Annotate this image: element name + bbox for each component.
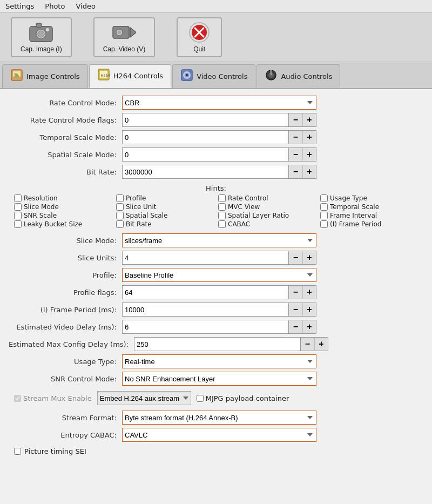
- tab-h264-controls[interactable]: H264 H264 Controls: [89, 64, 172, 88]
- hint-profile-check[interactable]: [116, 194, 124, 202]
- rate-control-flags-minus[interactable]: −: [288, 113, 302, 127]
- bit-rate-minus[interactable]: −: [288, 165, 302, 179]
- spatial-scale-plus[interactable]: +: [302, 147, 316, 162]
- hint-rate-control-check[interactable]: [218, 194, 226, 202]
- estimated-max-config-row: Estimated Max Config Delay (ms): − +: [9, 337, 423, 351]
- bit-rate-plus[interactable]: +: [302, 165, 316, 179]
- hint-leaky-bucket-size[interactable]: Leaky Bucket Size: [14, 220, 112, 228]
- slice-units-minus[interactable]: −: [288, 251, 302, 265]
- rate-control-flags-row: Rate Control Mode flags: − +: [9, 113, 423, 127]
- mjpg-checkbox[interactable]: [197, 395, 204, 402]
- profile-flags-minus[interactable]: −: [288, 285, 302, 299]
- hint-slice-unit-label: Slice Unit: [126, 203, 157, 211]
- hint-usage-type-check[interactable]: [320, 194, 328, 202]
- quit-button[interactable]: Quit: [177, 17, 222, 57]
- rate-control-flags-wrap: − +: [122, 113, 316, 127]
- rate-control-flags-input[interactable]: [122, 113, 288, 127]
- hint-slice-unit-check[interactable]: [116, 203, 124, 211]
- hint-spatial-scale[interactable]: Spatial Scale: [116, 212, 214, 219]
- i-frame-period-label: (I) Frame Period (ms):: [9, 306, 122, 314]
- hint-leaky-bucket-size-check[interactable]: [14, 220, 22, 228]
- hint-mvc-view-check[interactable]: [218, 203, 226, 211]
- estimated-max-config-minus[interactable]: −: [300, 337, 314, 351]
- estimated-max-config-wrap: − +: [134, 337, 328, 351]
- i-frame-period-minus[interactable]: −: [288, 303, 302, 317]
- temporal-scale-minus[interactable]: −: [288, 130, 302, 144]
- cap-video-label: Cap. Video (V): [103, 45, 146, 53]
- temporal-scale-plus[interactable]: +: [302, 130, 316, 144]
- hint-mvc-view[interactable]: MVC View: [218, 203, 316, 211]
- temporal-scale-input[interactable]: [122, 130, 288, 144]
- hint-slice-mode[interactable]: Slice Mode: [14, 203, 112, 211]
- usage-type-select[interactable]: Real-time Non-real-time: [122, 354, 316, 368]
- hint-resolution-check[interactable]: [14, 194, 22, 202]
- hint-usage-type[interactable]: Usage Type: [320, 194, 418, 202]
- rate-control-mode-select[interactable]: CBR VBR ABR: [122, 96, 316, 110]
- hint-frame-interval-check[interactable]: [320, 212, 328, 219]
- hint-slice-mode-check[interactable]: [14, 203, 22, 211]
- hint-i-frame-period-check[interactable]: [320, 220, 328, 228]
- hint-snr-scale-check[interactable]: [14, 212, 22, 219]
- hint-slice-unit[interactable]: Slice Unit: [116, 203, 214, 211]
- svg-point-8: [117, 31, 121, 35]
- stream-format-wrap: Byte stream format (H.264 Annex-B) NAL u…: [122, 411, 316, 425]
- tab-image-controls[interactable]: Image Controls: [2, 64, 88, 88]
- rate-control-flags-label: Rate Control Mode flags:: [9, 116, 122, 124]
- estimated-max-config-plus[interactable]: +: [314, 337, 328, 351]
- hint-temporal-scale[interactable]: Temporal Scale: [320, 203, 418, 211]
- hint-bit-rate-check[interactable]: [116, 220, 124, 228]
- spatial-scale-minus[interactable]: −: [288, 147, 302, 162]
- hint-i-frame-period[interactable]: (I) Frame Period: [320, 220, 418, 228]
- profile-label: Profile:: [9, 271, 122, 279]
- slice-units-label: Slice Units:: [9, 254, 122, 262]
- hint-spatial-scale-check[interactable]: [116, 212, 124, 219]
- stream-mux-label: Stream Mux Enable: [23, 394, 92, 402]
- estimated-video-delay-input[interactable]: [122, 320, 288, 334]
- hint-snr-scale[interactable]: SNR Scale: [14, 212, 112, 219]
- cap-video-button[interactable]: Cap. Video (V): [93, 17, 156, 57]
- profile-flags-plus[interactable]: +: [302, 285, 316, 299]
- estimated-video-delay-minus[interactable]: −: [288, 320, 302, 334]
- menu-settings[interactable]: Settings: [3, 1, 36, 11]
- menu-video[interactable]: Video: [73, 1, 97, 11]
- profile-flags-input[interactable]: [122, 285, 288, 299]
- i-frame-period-input[interactable]: [122, 303, 288, 317]
- stream-format-select[interactable]: Byte stream format (H.264 Annex-B) NAL u…: [122, 411, 316, 425]
- hints-label: Hints:: [9, 184, 423, 192]
- hint-rate-control[interactable]: Rate Control: [218, 194, 316, 202]
- hint-frame-interval[interactable]: Frame Interval: [320, 212, 418, 219]
- usage-type-row: Usage Type: Real-time Non-real-time: [9, 354, 423, 368]
- video-controls-icon: [180, 69, 193, 84]
- entropy-cabac-select[interactable]: CAVLC CABAC: [122, 428, 316, 442]
- slice-units-plus[interactable]: +: [302, 251, 316, 265]
- cap-image-button[interactable]: Cap. Image (I): [11, 17, 72, 57]
- slice-units-input[interactable]: [122, 251, 288, 265]
- estimated-max-config-input[interactable]: [134, 337, 300, 351]
- hint-temporal-scale-check[interactable]: [320, 203, 328, 211]
- slice-mode-select[interactable]: slices/frame slices/MB MB rows/slice: [122, 233, 316, 247]
- stream-mux-embed-select[interactable]: Embed H.264 aux stream No aux stream: [97, 391, 191, 405]
- hint-profile[interactable]: Profile: [116, 194, 214, 202]
- picture-timing-checkbox[interactable]: [14, 448, 21, 455]
- spatial-scale-label: Spatial Scale Mode:: [9, 151, 122, 159]
- snr-control-select[interactable]: No SNR Enhancement Layer SNR Enhancement…: [122, 372, 316, 386]
- estimated-video-delay-plus[interactable]: +: [302, 320, 316, 334]
- spatial-scale-input[interactable]: [122, 147, 288, 162]
- profile-select[interactable]: Baseline Profile Main Profile High Profi…: [122, 268, 316, 282]
- hint-spatial-layer-ratio-check[interactable]: [218, 212, 226, 219]
- hint-cabac-check[interactable]: [218, 220, 226, 228]
- menu-photo[interactable]: Photo: [43, 1, 67, 11]
- hint-cabac[interactable]: CABAC: [218, 220, 316, 228]
- profile-flags-row: Profile flags: − +: [9, 285, 423, 299]
- i-frame-period-wrap: − +: [122, 303, 316, 317]
- hint-resolution[interactable]: Resolution: [14, 194, 112, 202]
- profile-flags-wrap: − +: [122, 285, 316, 299]
- hint-bit-rate[interactable]: Bit Rate: [116, 220, 214, 228]
- rate-control-flags-plus[interactable]: +: [302, 113, 316, 127]
- stream-mux-checkbox[interactable]: [14, 395, 21, 402]
- tab-video-controls[interactable]: Video Controls: [172, 64, 255, 88]
- hint-spatial-layer-ratio[interactable]: Spatial Layer Ratio: [218, 212, 316, 219]
- i-frame-period-plus[interactable]: +: [302, 303, 316, 317]
- bit-rate-input[interactable]: [122, 165, 288, 179]
- tab-audio-controls[interactable]: Audio Controls: [256, 64, 340, 88]
